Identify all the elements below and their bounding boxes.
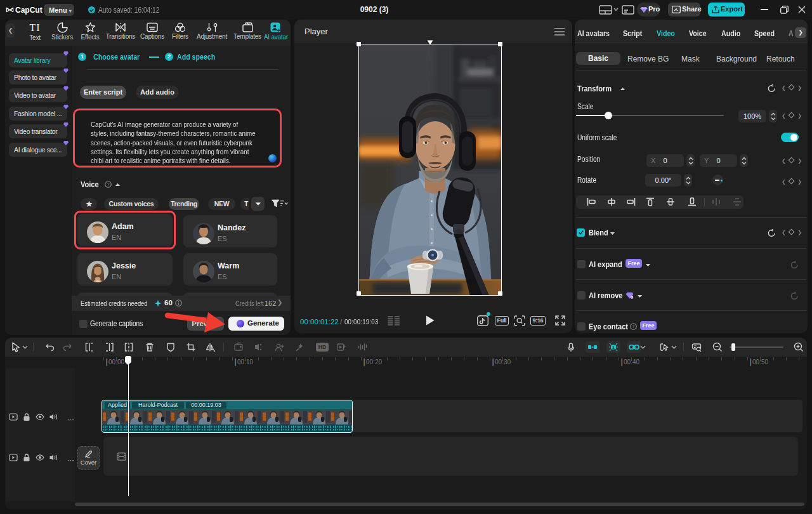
svg-text:?: ? [632,324,635,329]
svg-text:1: 1 [612,345,615,350]
svg-text:?: ? [107,182,110,187]
